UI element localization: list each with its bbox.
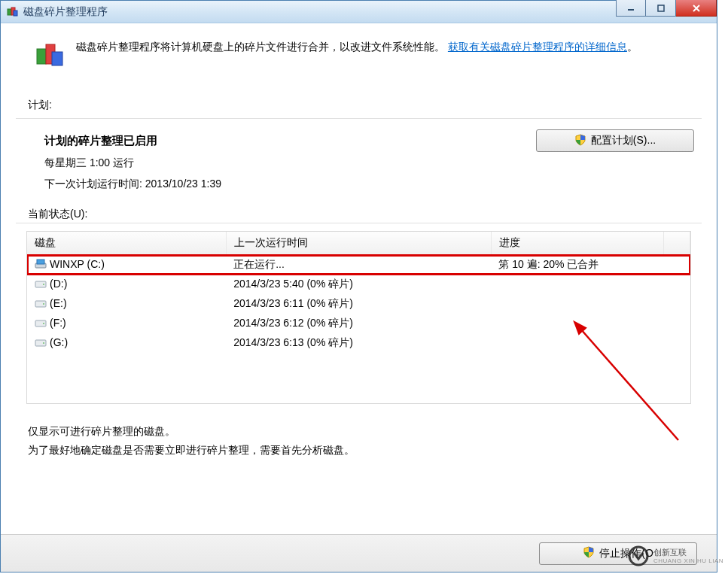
watermark: 创新互联 CHUANG XIN HU LIAN bbox=[628, 545, 723, 566]
svg-rect-7 bbox=[52, 52, 62, 65]
progress-cell bbox=[491, 314, 663, 333]
configure-schedule-button[interactable]: 配置计划(S)... bbox=[536, 129, 694, 152]
disk-name: (F:) bbox=[50, 317, 66, 329]
window-title: 磁盘碎片整理程序 bbox=[23, 5, 108, 19]
disk-table-wrap: 磁盘 上一次运行时间 进度 WINXP (C:)正在运行...第 10 遍: 2… bbox=[26, 231, 691, 404]
status-section-label: 当前状态(U): bbox=[1, 194, 717, 221]
table-row[interactable]: (F:)2014/3/23 6:12 (0% 碎片) bbox=[27, 314, 690, 333]
disk-name: (G:) bbox=[50, 336, 68, 348]
disk-cell: (F:) bbox=[27, 314, 226, 333]
schedule-enabled-title: 计划的碎片整理已启用 bbox=[44, 129, 221, 152]
progress-cell bbox=[491, 294, 663, 314]
col-spacer bbox=[663, 232, 690, 255]
svg-rect-0 bbox=[8, 9, 11, 15]
disk-name: (E:) bbox=[50, 297, 67, 309]
disk-table[interactable]: 磁盘 上一次运行时间 进度 WINXP (C:)正在运行...第 10 遍: 2… bbox=[27, 232, 690, 353]
progress-cell bbox=[491, 275, 663, 294]
titlebar[interactable]: 磁盘碎片整理程序 bbox=[1, 1, 717, 23]
defrag-icon bbox=[34, 38, 67, 71]
lastrun-cell: 正在运行... bbox=[226, 255, 491, 275]
footnote-line2: 为了最好地确定磁盘是否需要立即进行碎片整理，需要首先分析磁盘。 bbox=[28, 441, 717, 460]
schedule-info: 计划的碎片整理已启用 每星期三 1:00 运行 下一次计划运行时间: 2013/… bbox=[44, 129, 221, 194]
svg-rect-9 bbox=[37, 260, 44, 264]
col-lastrun-header[interactable]: 上一次运行时间 bbox=[226, 232, 491, 255]
disk-name: WINXP (C:) bbox=[50, 258, 105, 270]
schedule-next-run: 下一次计划运行时间: 2013/10/23 1:39 bbox=[44, 173, 221, 194]
system-disk-icon bbox=[35, 259, 47, 272]
svg-point-15 bbox=[43, 323, 44, 324]
app-icon bbox=[7, 6, 19, 18]
shield-icon bbox=[574, 134, 586, 148]
lastrun-cell: 2014/3/23 5:40 (0% 碎片) bbox=[226, 275, 491, 294]
svg-rect-4 bbox=[658, 5, 664, 11]
lastrun-cell: 2014/3/23 6:13 (0% 碎片) bbox=[226, 333, 491, 353]
disk-icon bbox=[35, 299, 47, 311]
disk-name: (D:) bbox=[50, 278, 67, 290]
watermark-logo-icon bbox=[628, 545, 649, 566]
svg-point-17 bbox=[43, 342, 44, 344]
footnote-line1: 仅显示可进行碎片整理的磁盘。 bbox=[28, 422, 717, 441]
disk-cell: (G:) bbox=[27, 333, 226, 353]
svg-rect-5 bbox=[37, 49, 46, 64]
svg-point-19 bbox=[629, 547, 647, 565]
bottom-bar: 停止操作(O bbox=[1, 534, 717, 572]
close-button[interactable] bbox=[676, 0, 717, 17]
divider bbox=[16, 223, 702, 223]
more-info-link[interactable]: 获取有关磁盘碎片整理程序的详细信息 bbox=[448, 41, 627, 53]
header-text: 磁盘碎片整理程序将计算机硬盘上的碎片文件进行合并，以改进文件系统性能。 获取有关… bbox=[76, 38, 638, 55]
table-row[interactable]: (G:)2014/3/23 6:13 (0% 碎片) bbox=[27, 333, 690, 353]
content-area: 磁盘碎片整理程序将计算机硬盘上的碎片文件进行合并，以改进文件系统性能。 获取有关… bbox=[1, 23, 717, 460]
watermark-sub: CHUANG XIN HU LIAN bbox=[653, 557, 723, 564]
header-description: 磁盘碎片整理程序将计算机硬盘上的碎片文件进行合并，以改进文件系统性能。 bbox=[76, 41, 445, 53]
schedule-section-label: 计划: bbox=[1, 79, 717, 117]
header-description-row: 磁盘碎片整理程序将计算机硬盘上的碎片文件进行合并，以改进文件系统性能。 获取有关… bbox=[1, 34, 717, 79]
footnotes: 仅显示可进行碎片整理的磁盘。 为了最好地确定磁盘是否需要立即进行碎片整理，需要首… bbox=[1, 404, 717, 460]
progress-cell: 第 10 遍: 20% 已合并 bbox=[491, 255, 663, 275]
lastrun-cell: 2014/3/23 6:12 (0% 碎片) bbox=[226, 314, 491, 333]
watermark-main: 创新互联 bbox=[653, 548, 723, 557]
table-row[interactable]: (E:)2014/3/23 6:11 (0% 碎片) bbox=[27, 294, 690, 314]
schedule-block: 计划的碎片整理已启用 每星期三 1:00 运行 下一次计划运行时间: 2013/… bbox=[1, 119, 717, 194]
minimize-button[interactable] bbox=[616, 0, 646, 17]
disk-icon bbox=[35, 318, 47, 330]
col-progress-header[interactable]: 进度 bbox=[491, 232, 663, 255]
progress-cell bbox=[491, 333, 663, 353]
disk-cell: (D:) bbox=[27, 275, 226, 294]
app-window: 磁盘碎片整理程序 磁盘碎片整理程序将计算机硬盘 bbox=[0, 0, 717, 572]
table-row[interactable]: WINXP (C:)正在运行...第 10 遍: 20% 已合并 bbox=[27, 255, 690, 275]
lastrun-cell: 2014/3/23 6:11 (0% 碎片) bbox=[226, 294, 491, 314]
shield-icon bbox=[583, 546, 595, 560]
configure-schedule-label: 配置计划(S)... bbox=[591, 134, 656, 147]
maximize-button[interactable] bbox=[646, 0, 676, 17]
svg-point-13 bbox=[43, 303, 44, 305]
disk-icon bbox=[35, 338, 47, 350]
disk-icon bbox=[35, 279, 47, 291]
window-controls bbox=[616, 0, 717, 17]
svg-rect-2 bbox=[14, 11, 17, 16]
schedule-cadence: 每星期三 1:00 运行 bbox=[44, 152, 221, 173]
col-disk-header[interactable]: 磁盘 bbox=[27, 232, 226, 255]
disk-cell: (E:) bbox=[27, 294, 226, 314]
table-row[interactable]: (D:)2014/3/23 5:40 (0% 碎片) bbox=[27, 275, 690, 294]
disk-cell: WINXP (C:) bbox=[27, 255, 226, 275]
svg-point-11 bbox=[43, 284, 44, 285]
